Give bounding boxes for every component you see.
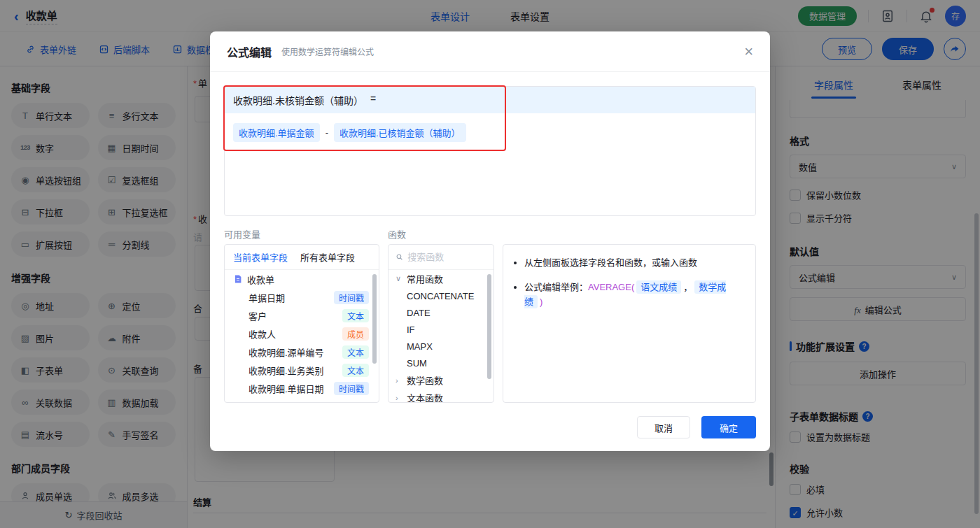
- functions-panel: ∨ 常用函数 CONCATENATE DATE IF MAPX SUM › 数学…: [388, 244, 494, 403]
- formula-operator: -: [326, 127, 328, 138]
- type-badge-timestamp: 时间戳: [334, 291, 369, 304]
- help-column: 从左侧面板选择字段名和函数，或输入函数 公式编辑举例：AVERAGE(语文成绩，…: [503, 227, 756, 403]
- function-group-common[interactable]: ∨ 常用函数: [388, 270, 493, 287]
- functions-label: 函数: [388, 227, 494, 244]
- variables-tabs: 当前表单字段 所有表单字段: [225, 245, 379, 270]
- modal-columns: 可用变量 当前表单字段 所有表单字段 收款单 单据日期 时间戳: [224, 227, 756, 403]
- tab-current-form-fields[interactable]: 当前表单字段: [233, 250, 288, 264]
- formula-token-operand2[interactable]: 收款明细.已核销金额（辅助）: [334, 123, 466, 142]
- variables-label: 可用变量: [224, 227, 379, 244]
- modal-title: 公式编辑: [227, 43, 272, 60]
- close-icon[interactable]: ×: [744, 44, 753, 59]
- search-icon: [396, 252, 403, 262]
- function-item-date[interactable]: DATE: [388, 304, 493, 321]
- example-function-open: AVERAGE(: [588, 282, 634, 292]
- type-badge-text: 文本: [342, 345, 369, 359]
- type-badge-text: 文本: [342, 309, 369, 322]
- variable-row[interactable]: 收款明细.源单编号 文本: [225, 343, 379, 361]
- function-search: [388, 245, 493, 270]
- variable-row[interactable]: 收款人 成员: [225, 324, 379, 343]
- function-group-math[interactable]: › 数学函数: [388, 371, 493, 389]
- help-tip-1: 从左侧面板选择字段名和函数，或输入函数: [524, 256, 744, 271]
- functions-scrollbar[interactable]: [487, 274, 491, 379]
- formula-result-line: 收款明细.未核销金额（辅助） =: [225, 87, 755, 113]
- tab-all-form-fields[interactable]: 所有表单字段: [300, 250, 355, 264]
- chevron-right-icon: ›: [396, 394, 402, 402]
- example-function-close: ): [540, 297, 542, 307]
- example-arg-1: 语文成绩: [636, 280, 681, 294]
- app-screen: ‹ 收款单 表单设计 表单设置 数据管理 存 表单外链: [0, 0, 980, 528]
- variables-panel: 当前表单字段 所有表单字段 收款单 单据日期 时间戳 客户: [224, 244, 379, 403]
- formula-equals: =: [370, 93, 376, 107]
- confirm-button[interactable]: 确定: [701, 416, 756, 438]
- formula-expression-line: 收款明细.单据金额 - 收款明细.已核销金额（辅助）: [225, 113, 755, 152]
- function-item-if[interactable]: IF: [388, 321, 493, 338]
- function-item-sum[interactable]: SUM: [388, 355, 493, 371]
- help-tips: 从左侧面板选择字段名和函数，或输入函数 公式编辑举例：AVERAGE(语文成绩，…: [503, 245, 755, 309]
- function-group-text[interactable]: › 文本函数: [388, 389, 493, 403]
- chevron-right-icon: ›: [396, 376, 402, 385]
- variable-tree-root[interactable]: 收款单: [225, 270, 379, 288]
- variable-row[interactable]: 单据日期 时间戳: [225, 288, 379, 306]
- variable-row[interactable]: 收款明细.业务类别 文本: [225, 361, 379, 379]
- form-doc-icon: [233, 274, 243, 284]
- formula-editor[interactable]: 收款明细.未核销金额（辅助） = 收款明细.单据金额 - 收款明细.已核销金额（…: [224, 86, 756, 216]
- formula-token-operand1[interactable]: 收款明细.单据金额: [233, 123, 320, 142]
- function-item-concatenate[interactable]: CONCATENATE: [388, 287, 493, 304]
- type-badge-timestamp: 时间戳: [334, 382, 369, 395]
- modal-footer: 取消 确定: [637, 416, 756, 438]
- chevron-down-icon: ∨: [396, 274, 402, 283]
- formula-edit-modal: 公式编辑 使用数学运算符编辑公式 × 收款明细.未核销金额（辅助） = 收款明细…: [210, 31, 770, 451]
- variable-row[interactable]: 客户 文本: [225, 306, 379, 324]
- type-badge-member: 成员: [342, 327, 369, 341]
- help-panel: 从左侧面板选择字段名和函数，或输入函数 公式编辑举例：AVERAGE(语文成绩，…: [503, 244, 756, 403]
- help-tip-2: 公式编辑举例：AVERAGE(语文成绩，数学成绩): [524, 280, 744, 310]
- modal-subtitle: 使用数学运算符编辑公式: [281, 45, 374, 57]
- function-item-mapx[interactable]: MAPX: [388, 338, 493, 355]
- cancel-button[interactable]: 取消: [637, 416, 690, 438]
- function-search-input[interactable]: [407, 252, 486, 262]
- formula-target: 收款明细.未核销金额（辅助）: [233, 93, 363, 107]
- type-badge-text: 文本: [342, 364, 369, 377]
- variables-column: 可用变量 当前表单字段 所有表单字段 收款单 单据日期 时间戳: [224, 227, 379, 403]
- modal-header: 公式编辑 使用数学运算符编辑公式 ×: [210, 31, 770, 72]
- variables-scrollbar[interactable]: [372, 274, 377, 364]
- variable-row[interactable]: 收款明细.单据日期 时间戳: [225, 379, 379, 397]
- functions-column: 函数 ∨ 常用函数 CONCATENATE DATE IF M: [388, 227, 494, 403]
- modal-body: 收款明细.未核销金额（辅助） = 收款明细.单据金额 - 收款明细.已核销金额（…: [210, 72, 770, 417]
